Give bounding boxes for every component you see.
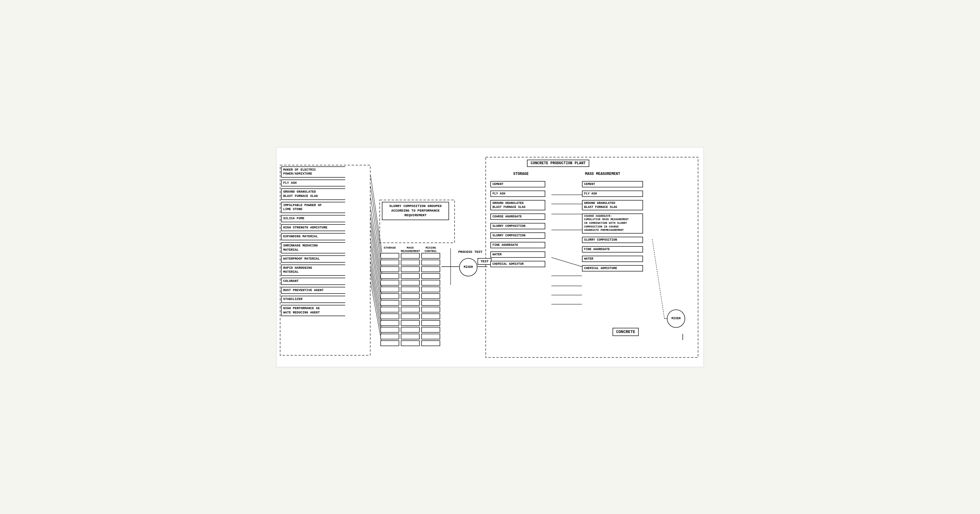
grid-row-2 — [380, 260, 440, 265]
grid-row-8 — [380, 300, 440, 306]
grid-box-14-2 — [401, 340, 420, 346]
left-items-container: MAKER OF ELECTRICPOWER/ADMIXTURE FLY ASH… — [281, 166, 345, 318]
grid-row-6 — [380, 286, 440, 292]
grid-box-10-3 — [421, 313, 440, 319]
svg-line-30 — [652, 239, 665, 319]
left-item-ground-granulated: GROUND GRANULATEDBLAST FURNACE SLAG — [281, 188, 345, 200]
grid-box-8-1 — [380, 300, 399, 306]
left-item-high-strength: HIGH STRENGTH ADMIXTURE — [281, 224, 345, 231]
storage-slurry-comp2: SLURRY COMPOSITION — [490, 232, 545, 239]
grid-box-1-1 — [380, 253, 399, 259]
grid-row-5 — [380, 280, 440, 286]
grid-box-8-2 — [401, 300, 420, 306]
left-item-high-performance: HIGH PERFORMANCE AEWATE REDUCING AGENT — [281, 305, 345, 316]
grid-box-12-2 — [401, 327, 420, 333]
grid-box-14-3 — [421, 340, 440, 346]
grid-box-4-3 — [421, 273, 440, 279]
left-item-impalpable: IMPALPABLE POWDER OFLIME STONE — [281, 202, 345, 213]
mass-water: WATER — [582, 255, 643, 262]
mass-cement: CEMENT — [582, 181, 643, 187]
grid-row-9 — [380, 307, 440, 313]
mass-measurement-header: MASS MEASUREMENT — [585, 172, 620, 176]
left-item-stabilizer: STABILIZER — [281, 296, 345, 303]
col-storage: STORAGE — [380, 246, 399, 253]
slurry-title-text: SLURRY COMPOSITION GROUPED ACCORDING TO … — [389, 204, 442, 217]
left-item-expanding: EXPANDING MATERIAL — [281, 233, 345, 240]
storage-slurry-comp1: SLURRY COMPOSITION — [490, 223, 545, 229]
col-mass: MASSMEASUREMENT — [401, 246, 420, 253]
mass-fine-aggregate: FINE AGGREGATE — [582, 246, 643, 252]
grid-box-5-1 — [380, 280, 399, 286]
left-item-rapid-hardening: RAPID HARDENINGMATERIAL — [281, 265, 345, 276]
storage-fly-ash: FLY ASH — [490, 190, 545, 197]
storage-coarse-aggregate: COARSE AGGREGATE — [490, 214, 545, 220]
left-item-silica-fume: SILICA FUME — [281, 215, 345, 222]
grid-box-1-2 — [401, 253, 420, 259]
mass-slurry-comp2: SLURRY COMPOSITION — [582, 237, 643, 243]
process-test-label: PROCESS TEST — [458, 250, 482, 254]
left-item-maker: MAKER OF ELECTRICPOWER/ADMIXTURE — [281, 166, 345, 178]
svg-line-3 — [371, 176, 382, 252]
right-mixer-circle: MIXER — [667, 310, 685, 328]
grid-box-2-3 — [421, 260, 440, 265]
grid-box-7-2 — [401, 293, 420, 299]
grid-box-6-3 — [421, 286, 440, 292]
left-item-colorant: COLORANT — [281, 278, 345, 285]
grid-box-11-1 — [380, 320, 399, 326]
grid-row-14 — [380, 340, 440, 346]
mass-coarse-aggregate: COARSE AGGREGATE:CUMULATIVE MASS MEASURE… — [582, 214, 643, 234]
storage-ground-granulated: GROUND GRANULATEDBLAST FURNACE SLAG — [490, 200, 545, 211]
grid-box-7-1 — [380, 293, 399, 299]
middle-mixer-circle: MIXER — [459, 258, 477, 276]
grid-box-8-3 — [421, 300, 440, 306]
right-mixer-label: MIXER — [671, 317, 681, 320]
mass-chemical-admixture: CHEMICAL ADMIXTURE — [582, 265, 643, 271]
mass-fly-ash: FLY ASH — [582, 190, 643, 197]
grid-box-11-3 — [421, 320, 440, 326]
middle-col-headers: STORAGE MASSMEASUREMENT MIXING CONTROL — [380, 246, 440, 253]
test-label: TEST — [480, 260, 488, 263]
concrete-label: CONCRETE — [616, 330, 635, 334]
concrete-box: CONCRETE — [612, 328, 639, 336]
grid-box-6-1 — [380, 286, 399, 292]
grid-box-9-1 — [380, 307, 399, 313]
grid-box-2-1 — [380, 260, 399, 265]
grid-row-3 — [380, 266, 440, 272]
grid-row-7 — [380, 293, 440, 299]
grid-box-14-1 — [380, 340, 399, 346]
slurry-title-box: SLURRY COMPOSITION GROUPED ACCORDING TO … — [382, 202, 449, 220]
grid-box-5-3 — [421, 280, 440, 286]
grid-row-10 — [380, 313, 440, 319]
mass-measurement-column: CEMENT FLY ASH GROUND GRANULATEDBLAST FU… — [582, 181, 643, 273]
grid-row-12 — [380, 327, 440, 333]
main-diagram: CONCRETE PRODUCTION PLANT STORAGE MASS M… — [276, 147, 704, 367]
grid-row-1 — [380, 253, 440, 259]
middle-grid — [380, 253, 440, 346]
grid-box-3-3 — [421, 266, 440, 272]
left-item-fly-ash: FLY ASH — [281, 179, 345, 187]
grid-row-11 — [380, 320, 440, 326]
storage-header: STORAGE — [513, 172, 528, 176]
grid-box-3-2 — [401, 266, 420, 272]
grid-box-12-1 — [380, 327, 399, 333]
grid-row-13 — [380, 334, 440, 339]
grid-box-13-1 — [380, 334, 399, 339]
grid-box-10-2 — [401, 313, 420, 319]
grid-box-9-2 — [401, 307, 420, 313]
grid-box-4-2 — [401, 273, 420, 279]
storage-fine-aggregate: FINE AGGREGATE — [490, 242, 545, 248]
grid-box-7-3 — [421, 293, 440, 299]
plant-title: CONCRETE PRODUCTION PLANT — [527, 160, 589, 167]
grid-box-4-1 — [380, 273, 399, 279]
grid-box-9-3 — [421, 307, 440, 313]
mass-ground-granulated: GROUND GRANULATEDBLAST FURNACE SLAG — [582, 200, 643, 211]
middle-mixer-label: MIXER — [464, 265, 473, 269]
grid-box-10-1 — [380, 313, 399, 319]
grid-box-13-3 — [421, 334, 440, 339]
grid-box-6-2 — [401, 286, 420, 292]
svg-line-25 — [551, 257, 582, 267]
grid-box-1-3 — [421, 253, 440, 259]
test-box: TEST — [477, 258, 492, 265]
left-item-shrinkage: SHRINKAGE REDUCINGMATERIAL — [281, 242, 345, 254]
storage-column: CEMENT FLY ASH GROUND GRANULATEDBLAST FU… — [490, 181, 545, 269]
